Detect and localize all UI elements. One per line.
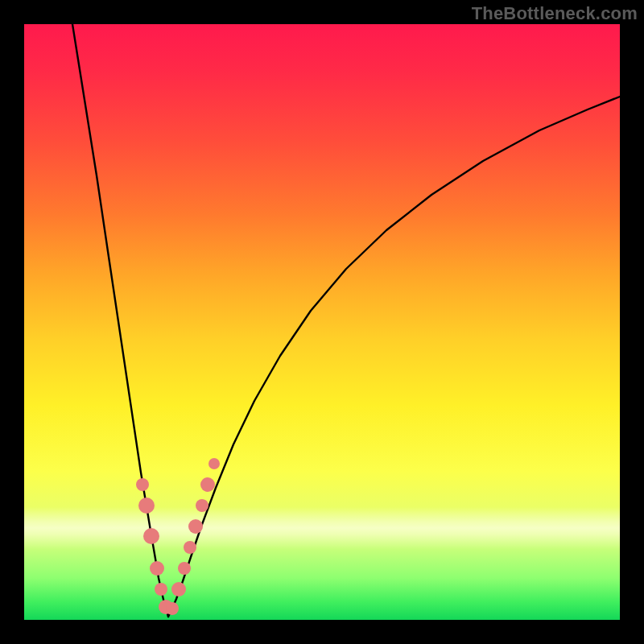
data-marker [166,602,179,615]
data-marker [178,562,191,575]
data-marker [200,477,215,492]
watermark-text: TheBottleneck.com [472,3,638,24]
data-marker [155,583,167,596]
data-marker [188,519,203,534]
data-marker [143,528,159,544]
plot-area [24,24,620,620]
data-marker [136,478,149,491]
data-marker [138,497,155,514]
data-marker [196,499,208,512]
data-marker [208,458,220,469]
bottleneck-curve [72,24,620,617]
data-markers [136,458,220,615]
curve-right-branch [168,97,620,617]
chart-svg [24,24,620,620]
data-marker [184,541,196,554]
data-marker [150,561,164,576]
curve-left-branch [72,24,168,617]
data-marker [171,582,186,597]
chart-frame: TheBottleneck.com [0,0,644,644]
